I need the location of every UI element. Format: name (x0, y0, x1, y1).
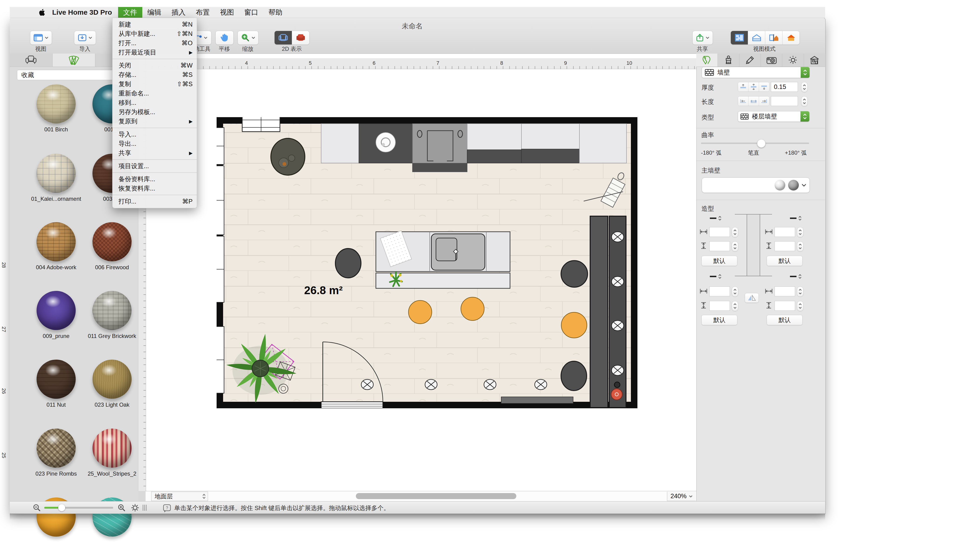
menu-item-export[interactable]: 导出... (113, 139, 197, 148)
thickness-align-center-button[interactable] (749, 82, 759, 92)
zoom-level-select[interactable]: 240% (667, 492, 696, 501)
curvature-slider-thumb[interactable] (757, 139, 765, 148)
molding-default-button-tl[interactable]: 默认 (702, 256, 737, 266)
wall-light-icon[interactable] (612, 232, 624, 242)
molding-height-stepper-br[interactable] (797, 301, 803, 311)
molding-width-stepper-bl[interactable] (732, 287, 738, 297)
round-table[interactable] (271, 139, 305, 175)
zoom-out-icon[interactable] (33, 504, 41, 512)
floor-selector[interactable]: 地面层 (151, 492, 208, 501)
panel-resize-handle[interactable] (142, 504, 147, 511)
molding-height-stepper-tr[interactable] (797, 241, 803, 252)
wall-light-icon[interactable] (612, 276, 624, 287)
material-item[interactable]: 25_Wool_Stripes_2 (84, 429, 140, 477)
menu-item-share[interactable]: 共享▶ (113, 148, 197, 158)
view-mode-elevation-button[interactable] (748, 31, 765, 45)
horizontal-scrollbar[interactable] (356, 493, 516, 499)
molding-width-input-tl[interactable] (710, 227, 730, 237)
red-spot-light[interactable] (611, 389, 622, 400)
zoom-tool-button[interactable] (237, 31, 259, 45)
menu-item-revert-to[interactable]: 复原到▶ (113, 117, 197, 126)
menu-item-save-as-template[interactable]: 另存为模板... (113, 107, 197, 117)
material-item[interactable]: 023 Light Oak (84, 360, 140, 408)
apple-icon[interactable] (38, 8, 45, 16)
material-item[interactable]: 006 Firewood (84, 222, 140, 271)
molding-style-select-bl[interactable] (710, 273, 724, 280)
menu-item-backup-library[interactable]: 备份资料库... (113, 174, 197, 184)
tab-light-sun[interactable] (782, 54, 804, 67)
molding-width-stepper-tr[interactable] (797, 227, 803, 237)
menu-window[interactable]: 窗口 (239, 7, 263, 18)
molding-style-select-tl[interactable] (710, 215, 724, 222)
view-mode-split-button[interactable] (765, 31, 783, 45)
menu-edit[interactable]: 编辑 (142, 7, 167, 18)
wall-light-icon[interactable] (612, 365, 624, 375)
floor-plan[interactable]: 26.8 m² (216, 117, 638, 408)
length-align-right-button[interactable] (759, 96, 769, 106)
material-item[interactable]: 023 Pine Rombs (28, 429, 84, 477)
menu-help[interactable]: 帮助 (263, 7, 288, 18)
molding-height-stepper-bl[interactable] (732, 301, 738, 311)
zoom-in-icon[interactable] (118, 504, 126, 512)
stool-orange[interactable] (409, 300, 432, 324)
kitchen-island[interactable] (376, 231, 510, 288)
molding-default-button-tr[interactable]: 默认 (767, 256, 803, 266)
menu-item-open-recent[interactable]: 打开最近项目▶ (113, 48, 197, 57)
material-item[interactable]: 004 Adobe-work (28, 222, 84, 271)
tab-building[interactable] (804, 54, 825, 67)
length-stepper[interactable] (801, 96, 808, 107)
menu-item-project-settings[interactable]: 项目设置... (113, 161, 197, 171)
tab-furniture[interactable] (10, 54, 52, 67)
molding-default-button-br[interactable]: 默认 (767, 315, 803, 325)
menu-file[interactable]: 文件 (118, 7, 142, 18)
ceiling-light-icon[interactable] (484, 379, 496, 390)
menu-item-open[interactable]: 打开...⌘O (113, 38, 197, 48)
length-align-center-button[interactable] (749, 96, 759, 106)
molding-width-input-tr[interactable] (775, 227, 795, 237)
tab-camera[interactable] (761, 54, 782, 67)
sphere-size-slider[interactable] (44, 507, 113, 509)
view-mode-3d-button[interactable] (783, 31, 800, 45)
ceiling-light-icon[interactable] (535, 379, 547, 390)
wall-light-icon[interactable] (612, 320, 624, 331)
import-button[interactable] (74, 31, 96, 45)
chair-dark[interactable] (336, 249, 361, 278)
representation-2d-flat-button[interactable] (275, 31, 292, 45)
window-top[interactable] (242, 117, 280, 132)
molding-style-select-br[interactable] (790, 273, 804, 280)
material-item[interactable]: 009_prune (28, 291, 84, 339)
molding-width-input-br[interactable] (775, 287, 795, 296)
slider-thumb[interactable] (58, 504, 65, 511)
stool-orange[interactable] (461, 297, 484, 320)
tab-materials-paint[interactable] (718, 54, 739, 67)
molding-height-input-tl[interactable] (710, 241, 730, 251)
window-left[interactable] (216, 166, 224, 235)
thickness-input[interactable]: 0.15 (771, 82, 798, 92)
molding-height-stepper-tl[interactable] (732, 241, 738, 252)
molding-width-stepper-br[interactable] (797, 287, 803, 297)
molding-width-stepper-tl[interactable] (732, 227, 738, 237)
thickness-stepper[interactable] (801, 82, 808, 92)
molding-width-input-bl[interactable] (710, 287, 730, 296)
door-mat[interactable] (501, 397, 573, 403)
curvature-slider[interactable] (701, 143, 809, 144)
gear-icon[interactable] (131, 504, 139, 512)
menu-item-new-from-library[interactable]: 从库中新建...⇧⌘N (113, 29, 197, 38)
tab-dimensions[interactable] (696, 54, 718, 67)
menu-item-new[interactable]: 新建⌘N (113, 20, 197, 29)
main-wall-material-select[interactable] (702, 177, 810, 193)
material-item[interactable]: 01_Kalei...ornament (28, 154, 84, 202)
molding-default-button-bl[interactable]: 默认 (702, 315, 737, 325)
menu-item-save[interactable]: 存储...⌘S (113, 70, 197, 80)
thickness-align-top-button[interactable] (738, 82, 749, 92)
ceiling-light-icon[interactable] (361, 379, 373, 390)
help-bubble-icon[interactable]: ? (163, 504, 171, 512)
menu-view[interactable]: 视图 (215, 7, 239, 18)
pan-button[interactable] (215, 31, 234, 45)
molding-style-select-tr[interactable] (790, 215, 804, 222)
wardrobe[interactable] (590, 216, 626, 408)
menu-item-print[interactable]: 打印...⌘P (113, 197, 197, 206)
thickness-align-bottom-button[interactable] (759, 82, 769, 92)
object-type-select[interactable]: 墙壁 (702, 67, 810, 78)
menu-item-move-to[interactable]: 移到... (113, 98, 197, 107)
